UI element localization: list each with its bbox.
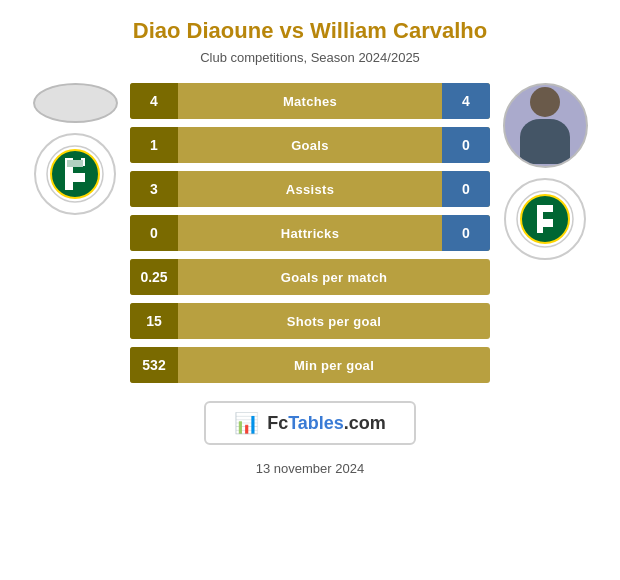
stat-right-value: 0 xyxy=(442,127,490,163)
svg-rect-17 xyxy=(543,219,553,227)
silhouette-head xyxy=(530,87,560,117)
logo-text: FcTables.com xyxy=(267,413,386,434)
stat-left-value: 532 xyxy=(130,347,178,383)
stats-bars: 4Matches41Goals03Assists00Hattricks00.25… xyxy=(130,83,490,383)
logo-box: 📊 FcTables.com xyxy=(204,401,416,445)
betis-logo-svg xyxy=(45,144,105,204)
logo-icon: 📊 xyxy=(234,411,259,435)
stat-row-min-per-goal: 532Min per goal xyxy=(130,347,490,383)
stat-left-value: 3 xyxy=(130,171,178,207)
stat-row-hattricks: 0Hattricks0 xyxy=(130,215,490,251)
stat-left-value: 15 xyxy=(130,303,178,339)
stat-right-value: 0 xyxy=(442,171,490,207)
right-club-badge xyxy=(504,178,586,260)
silhouette-body xyxy=(520,119,570,164)
comparison-area: 4Matches41Goals03Assists00Hattricks00.25… xyxy=(10,83,610,383)
left-player-column xyxy=(20,83,130,215)
player-silhouette xyxy=(520,87,570,164)
stat-label: Goals xyxy=(178,138,442,153)
stat-row-assists: 3Assists0 xyxy=(130,171,490,207)
left-club-badge xyxy=(34,133,116,215)
svg-rect-16 xyxy=(543,205,553,212)
stat-left-value: 0.25 xyxy=(130,259,178,295)
right-player-column xyxy=(490,83,600,260)
svg-rect-10 xyxy=(73,174,83,182)
stat-label: Goals per match xyxy=(178,270,490,285)
stat-right-value: 0 xyxy=(442,215,490,251)
page-subtitle: Club competitions, Season 2024/2025 xyxy=(200,50,420,65)
left-team-logo-top xyxy=(33,83,118,123)
logo-section: 📊 FcTables.com xyxy=(204,401,416,445)
stat-row-shots-per-goal: 15Shots per goal xyxy=(130,303,490,339)
page-title: Diao Diaoune vs William Carvalho xyxy=(133,18,487,44)
stat-left-value: 0 xyxy=(130,215,178,251)
stat-right-value: 4 xyxy=(442,83,490,119)
right-betis-logo-svg xyxy=(515,189,575,249)
svg-rect-15 xyxy=(537,205,543,233)
stat-row-matches: 4Matches4 xyxy=(130,83,490,119)
stat-row-goals-per-match: 0.25Goals per match xyxy=(130,259,490,295)
stat-label: Hattricks xyxy=(178,226,442,241)
right-player-photo xyxy=(503,83,588,168)
footer-date: 13 november 2024 xyxy=(256,461,364,476)
stat-left-value: 1 xyxy=(130,127,178,163)
stat-label: Min per goal xyxy=(178,358,490,373)
stat-label: Assists xyxy=(178,182,442,197)
logo-accent: Tables xyxy=(288,413,344,433)
svg-rect-11 xyxy=(67,160,83,167)
stat-left-value: 4 xyxy=(130,83,178,119)
stat-label: Matches xyxy=(178,94,442,109)
stat-label: Shots per goal xyxy=(178,314,490,329)
stat-row-goals: 1Goals0 xyxy=(130,127,490,163)
